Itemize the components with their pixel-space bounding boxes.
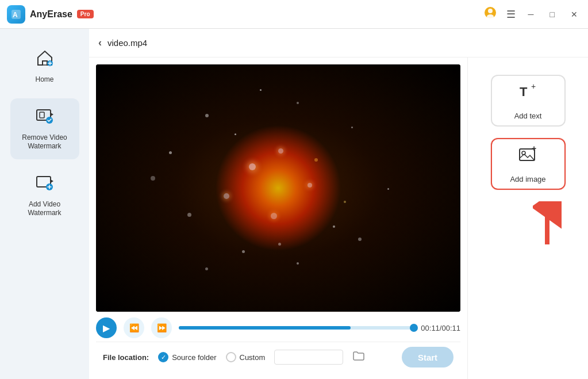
svg-text:T: T	[520, 85, 528, 99]
add-image-button[interactable]: + Add image	[491, 138, 566, 190]
pro-badge: Pro	[77, 10, 94, 18]
sidebar-item-remove-video-watermark[interactable]: Remove VideoWatermark	[10, 98, 79, 159]
custom-radio[interactable]	[226, 352, 236, 362]
sidebar-item-home-label: Home	[35, 75, 53, 85]
app-name: AnyErase	[30, 9, 72, 20]
sidebar-item-home[interactable]: Home	[10, 40, 79, 93]
video-panel: ▶ ⏪ ⏩ 00:11/00:11 File location: Source …	[89, 58, 467, 379]
titlebar: A AnyErase Pro ☰ ─ □ ✕	[0, 0, 588, 29]
app-logo: A	[7, 5, 25, 24]
rewind-button[interactable]: ⏪	[124, 317, 144, 338]
add-text-icon: T +	[517, 81, 539, 107]
source-folder-radio[interactable]	[158, 352, 168, 362]
file-title: video.mp4	[107, 38, 147, 48]
minimize-button[interactable]: ─	[525, 9, 537, 20]
custom-option[interactable]: Custom	[226, 352, 266, 362]
fastforward-button[interactable]: ⏩	[151, 317, 172, 338]
custom-path-input[interactable]	[274, 350, 343, 365]
home-icon	[35, 48, 55, 72]
file-location-label: File location:	[103, 353, 149, 362]
close-button[interactable]: ✕	[567, 9, 581, 20]
folder-browse-icon[interactable]	[352, 350, 365, 365]
sidebar-item-add-label: Add VideoWatermark	[28, 200, 61, 218]
main-layout: Home Remove VideoWatermark	[0, 29, 588, 379]
video-frame	[96, 64, 460, 312]
time-display: 00:11/00:11	[421, 324, 460, 332]
svg-rect-5	[43, 61, 47, 65]
sidebar: Home Remove VideoWatermark	[0, 29, 89, 379]
video-controls: ▶ ⏪ ⏩ 00:11/00:11	[96, 312, 460, 342]
content-header: ‹ video.mp4	[89, 29, 588, 58]
profile-icon[interactable]	[483, 6, 497, 22]
svg-text:+: +	[531, 82, 536, 91]
up-arrow-icon	[533, 201, 562, 247]
right-panel: T + Add text +	[467, 58, 588, 379]
add-video-icon	[35, 173, 55, 197]
svg-text:A: A	[13, 11, 18, 19]
progress-bar[interactable]	[179, 326, 414, 330]
svg-text:+: +	[532, 144, 536, 153]
svg-rect-8	[40, 112, 44, 118]
sidebar-item-remove-label: Remove VideoWatermark	[22, 133, 67, 151]
add-image-icon: +	[517, 144, 539, 170]
play-button[interactable]: ▶	[96, 317, 117, 338]
start-button[interactable]: Start	[402, 347, 454, 367]
source-folder-label: Source folder	[172, 353, 216, 362]
menu-icon[interactable]: ☰	[506, 8, 516, 21]
add-text-label: Add text	[514, 112, 542, 120]
file-location-bar: File location: Source folder Custom	[96, 342, 460, 372]
video-display	[96, 64, 460, 312]
custom-label: Custom	[240, 353, 266, 362]
back-button[interactable]: ‹	[98, 37, 102, 49]
maximize-button[interactable]: □	[547, 9, 558, 20]
arrow-indicator	[477, 201, 579, 247]
remove-video-icon	[35, 106, 55, 130]
content-body: ▶ ⏪ ⏩ 00:11/00:11 File location: Source …	[89, 58, 588, 379]
video-glow	[215, 125, 341, 251]
progress-fill	[179, 326, 351, 330]
content-area: ‹ video.mp4	[89, 29, 588, 379]
sidebar-item-add-video-watermark[interactable]: Add VideoWatermark	[10, 165, 79, 226]
add-text-button[interactable]: T + Add text	[491, 75, 566, 127]
add-image-label: Add image	[510, 175, 545, 183]
window-controls: ☰ ─ □ ✕	[483, 6, 581, 22]
svg-point-3	[488, 9, 493, 13]
source-folder-option[interactable]: Source folder	[158, 352, 216, 362]
svg-point-4	[487, 14, 494, 19]
progress-thumb[interactable]	[410, 324, 418, 332]
